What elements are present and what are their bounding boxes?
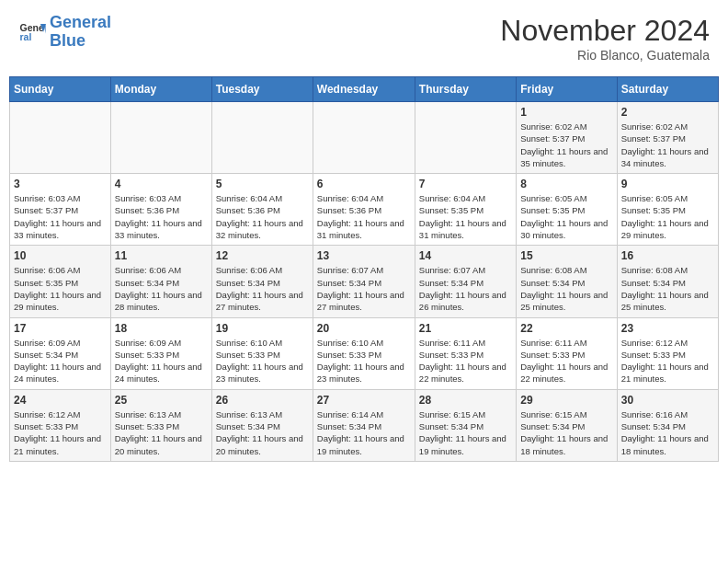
- calendar-cell: 13Sunrise: 6:07 AM Sunset: 5:34 PM Dayli…: [313, 246, 415, 317]
- weekday-header-saturday: Saturday: [617, 77, 718, 102]
- day-info: Sunrise: 6:07 AM Sunset: 5:34 PM Dayligh…: [419, 264, 512, 313]
- week-row-4: 17Sunrise: 6:09 AM Sunset: 5:34 PM Dayli…: [10, 317, 719, 389]
- calendar-cell: 6Sunrise: 6:04 AM Sunset: 5:36 PM Daylig…: [313, 174, 415, 246]
- calendar-cell: 3Sunrise: 6:03 AM Sunset: 5:37 PM Daylig…: [10, 174, 111, 246]
- day-number: 24: [14, 394, 107, 407]
- calendar-cell: 15Sunrise: 6:08 AM Sunset: 5:34 PM Dayli…: [517, 246, 617, 317]
- day-info: Sunrise: 6:03 AM Sunset: 5:36 PM Dayligh…: [115, 192, 208, 241]
- day-info: Sunrise: 6:06 AM Sunset: 5:34 PM Dayligh…: [216, 264, 309, 313]
- weekday-header-tuesday: Tuesday: [211, 77, 313, 102]
- calendar-cell: 24Sunrise: 6:12 AM Sunset: 5:33 PM Dayli…: [10, 389, 111, 461]
- day-info: Sunrise: 6:13 AM Sunset: 5:34 PM Dayligh…: [216, 408, 309, 457]
- day-info: Sunrise: 6:12 AM Sunset: 5:33 PM Dayligh…: [621, 337, 714, 385]
- calendar-cell: 19Sunrise: 6:10 AM Sunset: 5:33 PM Dayli…: [211, 317, 313, 389]
- day-info: Sunrise: 6:05 AM Sunset: 5:35 PM Dayligh…: [520, 192, 612, 241]
- calendar-cell: 11Sunrise: 6:06 AM Sunset: 5:34 PM Dayli…: [110, 246, 211, 317]
- day-info: Sunrise: 6:15 AM Sunset: 5:34 PM Dayligh…: [419, 408, 512, 457]
- calendar-cell: 26Sunrise: 6:13 AM Sunset: 5:34 PM Dayli…: [211, 389, 313, 461]
- day-number: 5: [216, 178, 309, 190]
- logo-icon: Gene ral: [18, 18, 46, 46]
- day-number: 22: [520, 322, 612, 335]
- day-info: Sunrise: 6:05 AM Sunset: 5:35 PM Dayligh…: [621, 192, 714, 241]
- day-info: Sunrise: 6:10 AM Sunset: 5:33 PM Dayligh…: [216, 337, 309, 385]
- day-number: 8: [520, 178, 612, 190]
- week-row-5: 24Sunrise: 6:12 AM Sunset: 5:33 PM Dayli…: [10, 389, 719, 461]
- day-info: Sunrise: 6:11 AM Sunset: 5:33 PM Dayligh…: [419, 337, 512, 385]
- calendar-cell: 14Sunrise: 6:07 AM Sunset: 5:34 PM Dayli…: [415, 246, 516, 317]
- logo-line1: General: [50, 13, 111, 31]
- logo-line2: Blue: [50, 31, 85, 50]
- day-info: Sunrise: 6:15 AM Sunset: 5:34 PM Dayligh…: [520, 408, 612, 457]
- calendar-cell: 12Sunrise: 6:06 AM Sunset: 5:34 PM Dayli…: [211, 246, 313, 317]
- day-number: 20: [317, 322, 411, 335]
- day-number: 12: [216, 249, 309, 262]
- day-number: 26: [216, 394, 309, 407]
- day-number: 11: [115, 249, 208, 262]
- day-number: 17: [14, 322, 107, 335]
- location: Rio Blanco, Guatemala: [500, 48, 710, 63]
- day-info: Sunrise: 6:04 AM Sunset: 5:36 PM Dayligh…: [216, 192, 309, 241]
- month-title: November 2024: [500, 14, 710, 48]
- logo-text: General Blue: [50, 14, 111, 51]
- calendar-cell: [110, 102, 211, 174]
- calendar-cell: 4Sunrise: 6:03 AM Sunset: 5:36 PM Daylig…: [110, 174, 211, 246]
- day-info: Sunrise: 6:12 AM Sunset: 5:33 PM Dayligh…: [14, 408, 107, 457]
- calendar-cell: [211, 102, 313, 174]
- day-number: 6: [317, 178, 411, 190]
- calendar-cell: [313, 102, 415, 174]
- day-info: Sunrise: 6:11 AM Sunset: 5:33 PM Dayligh…: [520, 337, 612, 385]
- calendar-cell: 28Sunrise: 6:15 AM Sunset: 5:34 PM Dayli…: [415, 389, 516, 461]
- day-number: 29: [520, 394, 612, 407]
- day-number: 27: [317, 394, 411, 407]
- day-info: Sunrise: 6:02 AM Sunset: 5:37 PM Dayligh…: [621, 121, 714, 169]
- day-info: Sunrise: 6:08 AM Sunset: 5:34 PM Dayligh…: [520, 264, 612, 313]
- calendar-cell: 21Sunrise: 6:11 AM Sunset: 5:33 PM Dayli…: [415, 317, 516, 389]
- day-number: 7: [419, 178, 512, 190]
- week-row-1: 1Sunrise: 6:02 AM Sunset: 5:37 PM Daylig…: [10, 102, 719, 174]
- day-number: 25: [115, 394, 208, 407]
- calendar-cell: 18Sunrise: 6:09 AM Sunset: 5:33 PM Dayli…: [110, 317, 211, 389]
- calendar-cell: 25Sunrise: 6:13 AM Sunset: 5:33 PM Dayli…: [110, 389, 211, 461]
- weekday-header-row: SundayMondayTuesdayWednesdayThursdayFrid…: [10, 77, 719, 102]
- day-info: Sunrise: 6:14 AM Sunset: 5:34 PM Dayligh…: [317, 408, 411, 457]
- day-info: Sunrise: 6:10 AM Sunset: 5:33 PM Dayligh…: [317, 337, 411, 385]
- week-row-3: 10Sunrise: 6:06 AM Sunset: 5:35 PM Dayli…: [10, 246, 719, 317]
- day-number: 3: [14, 178, 107, 190]
- day-number: 21: [419, 322, 512, 335]
- calendar-cell: 20Sunrise: 6:10 AM Sunset: 5:33 PM Dayli…: [313, 317, 415, 389]
- calendar-cell: 23Sunrise: 6:12 AM Sunset: 5:33 PM Dayli…: [617, 317, 718, 389]
- day-info: Sunrise: 6:06 AM Sunset: 5:35 PM Dayligh…: [14, 264, 107, 313]
- calendar-cell: 2Sunrise: 6:02 AM Sunset: 5:37 PM Daylig…: [617, 102, 718, 174]
- title-block: November 2024 Rio Blanco, Guatemala: [500, 14, 710, 63]
- calendar-cell: 29Sunrise: 6:15 AM Sunset: 5:34 PM Dayli…: [517, 389, 617, 461]
- day-number: 16: [621, 249, 714, 262]
- day-number: 28: [419, 394, 512, 407]
- day-number: 19: [216, 322, 309, 335]
- weekday-header-thursday: Thursday: [415, 77, 516, 102]
- calendar-cell: 22Sunrise: 6:11 AM Sunset: 5:33 PM Dayli…: [517, 317, 617, 389]
- day-number: 18: [115, 322, 208, 335]
- day-number: 4: [115, 178, 208, 190]
- day-number: 14: [419, 249, 512, 262]
- calendar-cell: 10Sunrise: 6:06 AM Sunset: 5:35 PM Dayli…: [10, 246, 111, 317]
- calendar-cell: 17Sunrise: 6:09 AM Sunset: 5:34 PM Dayli…: [10, 317, 111, 389]
- day-info: Sunrise: 6:08 AM Sunset: 5:34 PM Dayligh…: [621, 264, 714, 313]
- weekday-header-wednesday: Wednesday: [313, 77, 415, 102]
- calendar-cell: 16Sunrise: 6:08 AM Sunset: 5:34 PM Dayli…: [617, 246, 718, 317]
- weekday-header-monday: Monday: [110, 77, 211, 102]
- day-number: 2: [621, 106, 714, 119]
- header: Gene ral General Blue November 2024 Rio …: [9, 9, 719, 67]
- day-info: Sunrise: 6:04 AM Sunset: 5:36 PM Dayligh…: [317, 192, 411, 241]
- day-number: 9: [621, 178, 714, 190]
- calendar-cell: 9Sunrise: 6:05 AM Sunset: 5:35 PM Daylig…: [617, 174, 718, 246]
- day-number: 23: [621, 322, 714, 335]
- day-number: 15: [520, 249, 612, 262]
- day-info: Sunrise: 6:03 AM Sunset: 5:37 PM Dayligh…: [14, 192, 107, 241]
- calendar-cell: 30Sunrise: 6:16 AM Sunset: 5:34 PM Dayli…: [617, 389, 718, 461]
- weekday-header-friday: Friday: [517, 77, 617, 102]
- day-info: Sunrise: 6:02 AM Sunset: 5:37 PM Dayligh…: [520, 121, 612, 169]
- calendar-cell: 7Sunrise: 6:04 AM Sunset: 5:35 PM Daylig…: [415, 174, 516, 246]
- svg-text:ral: ral: [20, 31, 32, 42]
- day-info: Sunrise: 6:09 AM Sunset: 5:33 PM Dayligh…: [115, 337, 208, 385]
- day-number: 13: [317, 249, 411, 262]
